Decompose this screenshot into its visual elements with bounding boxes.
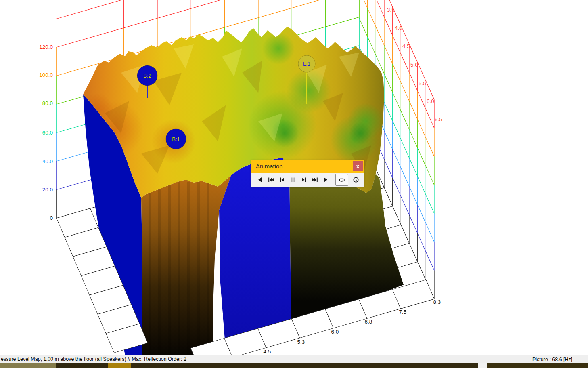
depth-axis-tick: 4.0 xyxy=(395,25,402,31)
animation-window[interactable]: Animation x xyxy=(251,160,364,187)
z-axis-tick: 40.0 xyxy=(42,158,53,164)
play-reverse-icon xyxy=(257,177,264,183)
animation-title: Animation xyxy=(256,163,283,170)
loop-toggle-button[interactable] xyxy=(335,174,348,186)
skip-to-start-button[interactable] xyxy=(266,174,276,185)
depth-axis-tick: 6.5 xyxy=(435,116,442,122)
step-back-button[interactable] xyxy=(276,174,287,185)
strip-segment xyxy=(56,363,108,368)
x-axis-tick: 8.3 xyxy=(433,299,441,305)
pause-button[interactable] xyxy=(287,174,298,185)
x-axis-tick: 5.3 xyxy=(297,339,305,345)
app-window: 120.0100.080.060.040.020.003.54.04.55.05… xyxy=(0,0,588,368)
pause-icon xyxy=(290,177,296,183)
strip-segment xyxy=(487,363,588,368)
skip-to-start-icon xyxy=(268,177,274,183)
step-back-icon xyxy=(279,177,285,183)
strip-segment xyxy=(108,363,131,368)
x-axis-tick: 6.8 xyxy=(365,319,372,325)
background-window-strip xyxy=(0,363,588,368)
status-map-description: essure Level Map, 1.00 m above the floor… xyxy=(1,356,186,362)
close-icon[interactable]: x xyxy=(353,161,363,171)
strip-segment xyxy=(0,363,56,368)
status-bar: essure Level Map, 1.00 m above the floor… xyxy=(0,355,588,363)
z-axis-tick: 20.0 xyxy=(42,187,53,193)
loop-icon xyxy=(338,177,345,183)
z-axis-tick: 100.0 xyxy=(39,72,53,78)
depth-axis-tick: 3.5 xyxy=(387,7,395,13)
marker-label: B:1 xyxy=(172,136,180,142)
picture-frequency-readout: Picture : 68.6 [Hz] xyxy=(530,356,588,363)
play-icon xyxy=(322,177,329,183)
depth-axis-tick: 5.0 xyxy=(410,62,418,68)
toolbar-divider xyxy=(333,175,333,185)
play-reverse-button[interactable] xyxy=(255,174,266,185)
depth-axis-tick: 5.5 xyxy=(419,80,426,86)
clock-icon xyxy=(353,177,359,183)
x-axis-tick: 6.0 xyxy=(331,329,339,335)
step-forward-button[interactable] xyxy=(298,174,309,185)
skip-to-end-icon xyxy=(312,177,318,183)
animation-title-bar[interactable]: Animation x xyxy=(251,160,364,173)
z-axis-tick: 120.0 xyxy=(39,44,53,50)
z-axis-tick: 60.0 xyxy=(42,130,53,136)
marker-label: L:1 xyxy=(303,61,310,67)
step-forward-icon xyxy=(301,177,307,183)
x-axis-tick: 4.5 xyxy=(264,349,271,355)
skip-to-end-button[interactable] xyxy=(309,174,320,185)
x-axis-tick: 7.5 xyxy=(399,309,407,315)
depth-axis-tick: 4.5 xyxy=(402,43,410,49)
strip-segment xyxy=(131,363,478,368)
strip-gap xyxy=(478,363,487,368)
animation-toolbar xyxy=(251,173,364,187)
z-axis-tick: 0 xyxy=(50,215,53,221)
z-axis-tick: 80.0 xyxy=(42,100,53,106)
marker-label: B:2 xyxy=(143,73,151,79)
depth-axis-tick: 6.0 xyxy=(427,98,434,104)
play-button[interactable] xyxy=(320,174,331,185)
timer-button[interactable] xyxy=(350,174,361,185)
